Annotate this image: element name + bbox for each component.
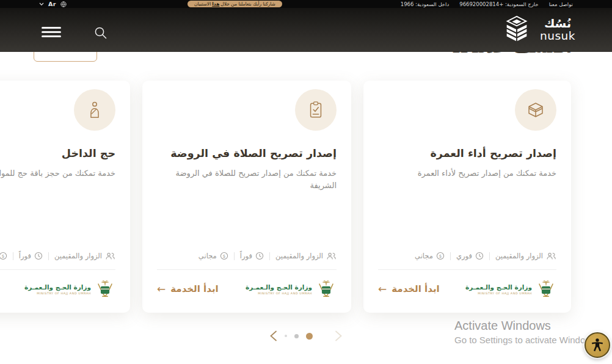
audience-label: الزوار والمقيمين	[275, 252, 323, 260]
card-divider	[0, 269, 115, 270]
service-title: إصدار تصريح الصلاة في الروضة	[157, 147, 337, 159]
nusuk-logo-text: نُسُك nusuk	[540, 18, 575, 42]
audience-meta: الزوار والمقيمين	[495, 252, 556, 260]
nusuk-logo[interactable]: نُسُك nusuk	[499, 16, 575, 44]
users-icon	[326, 252, 337, 260]
card-divider	[378, 269, 556, 270]
ministry-name-arabic: وزارة الحـج والـعمـرة	[24, 283, 91, 291]
start-service-button[interactable]: ابدأ الخدمة ←	[157, 283, 219, 295]
service-icon-circle	[74, 89, 115, 131]
speed-label: فوراً	[240, 252, 252, 260]
card-footer: وزارة الحـج والـعمـرة MINISTRY OF HAJJ A…	[378, 275, 556, 303]
service-card-umrah-permit[interactable]: إصدار تصريح أداء العمرة خدمة تمكنك من إص…	[363, 81, 571, 313]
audience-meta: الزوار والمقيمين	[54, 252, 115, 260]
arrow-left-icon: ←	[378, 283, 387, 295]
speed-meta: فوري	[456, 252, 484, 260]
svg-text:$: $	[439, 254, 442, 259]
nusuk-services-page: { "topbar": { "language_label": "Ar", "s…	[0, 0, 612, 364]
cost-label: مجاني	[415, 252, 433, 260]
service-meta: الزوار والمقيمين فوري $ مجاني	[378, 252, 556, 260]
start-service-label: ابدأ الخدمة	[392, 283, 439, 294]
card-footer: وزارة الحـج والـعمـرة MINISTRY OF HAJJ A…	[0, 275, 115, 303]
main-navbar: نُسُك nusuk	[0, 8, 612, 52]
accessibility-person-icon	[589, 337, 605, 353]
search-icon[interactable]	[94, 26, 107, 40]
language-label: Ar	[48, 1, 56, 7]
ministry-name-english: MINISTRY OF HAJJ AND UMRAH	[258, 292, 312, 295]
carousel-prev-icon[interactable]	[269, 330, 277, 341]
arrow-left-icon: ←	[157, 283, 166, 295]
carousel-dot-1[interactable]	[285, 335, 287, 337]
services-carousel: إصدار تصريح أداء العمرة خدمة تمكنك من إص…	[0, 81, 612, 313]
ministry-name: وزارة الحـج والـعمـرة MINISTRY OF HAJJ A…	[465, 283, 532, 295]
users-icon	[105, 252, 115, 260]
contact-us-link[interactable]: تواصل معنا	[549, 1, 573, 7]
speed-label: فوري	[456, 252, 472, 260]
meta-separator	[234, 252, 235, 260]
clipboard-check-icon	[307, 100, 325, 120]
card-divider	[157, 269, 337, 270]
kaaba-icon	[526, 100, 545, 120]
ministry-logo: وزارة الحـج والـعمـرة MINISTRY OF HAJJ A…	[465, 279, 556, 299]
ministry-emblem-icon	[95, 279, 115, 299]
service-description: خدمة تمكنك من إصدار تصريح للصلاة في الرو…	[157, 167, 337, 191]
ministry-name: وزارة الحـج والـعمـرة MINISTRY OF HAJJ A…	[246, 283, 312, 295]
phone-outside-saudi: خارج السعودية: +966920002814	[459, 1, 538, 7]
ministry-name: وزارة الحـج والـعمـرة MINISTRY OF HAJJ A…	[24, 283, 91, 295]
service-icon-circle	[295, 89, 337, 131]
service-description: خدمة تمكنك من حجز باقة حج للمواطنين والم…	[0, 167, 115, 180]
meta-separator	[269, 252, 270, 260]
currency-circle-icon: $	[436, 252, 445, 260]
ministry-logo: وزارة الحـج والـعمـرة MINISTRY OF HAJJ A…	[246, 279, 337, 299]
accessibility-widget-button[interactable]	[585, 332, 610, 358]
clock-icon	[475, 252, 484, 260]
speed-meta: فوراً	[240, 252, 264, 260]
svg-text:$: $	[2, 254, 4, 259]
chevron-down-icon	[39, 2, 44, 6]
carousel-dot-2[interactable]	[294, 334, 299, 338]
audience-label: الزوار والمقيمين	[54, 252, 102, 260]
survey-text-prefix: شاركنا رأيك بتعاملنا من خلال	[220, 1, 275, 7]
currency-circle-icon: $	[0, 252, 7, 260]
service-title: إصدار تصريح أداء العمرة	[378, 147, 556, 159]
start-service-label: ابدأ الخدمة	[170, 283, 218, 294]
carousel-dot-3-active[interactable]	[306, 333, 313, 340]
service-card-domestic-hajj[interactable]: حج الداخل خدمة تمكنك من حجز باقة حج للمو…	[0, 81, 130, 313]
card-footer: وزارة الحـج والـعمـرة MINISTRY OF HAJJ A…	[157, 275, 337, 303]
meta-separator	[450, 252, 451, 260]
service-meta: الزوار والمقيمين فوراً $ مدفوع	[0, 252, 115, 260]
globe-icon	[60, 1, 67, 7]
ministry-name-english: MINISTRY OF HAJJ AND UMRAH	[478, 292, 532, 295]
speed-meta: فوراً	[19, 252, 43, 260]
logo-latin-name: nusuk	[540, 31, 575, 42]
service-icon-circle	[515, 89, 556, 131]
menu-icon[interactable]	[42, 27, 61, 37]
service-card-rawdah-permit[interactable]: إصدار تصريح الصلاة في الروضة خدمة تمكنك …	[142, 81, 351, 313]
cost-meta: $ مجاني	[415, 252, 445, 260]
currency-circle-icon: $	[220, 252, 228, 260]
ministry-name-arabic: وزارة الحـج والـعمـرة	[246, 283, 312, 291]
watermark-line2: Go to Settings to activate Windows	[454, 335, 597, 345]
cost-meta: $ مدفوع	[0, 252, 7, 260]
meta-separator	[48, 252, 49, 260]
top-utility-bar: Ar شاركنا رأيك بتعاملنا من خلال هذا الاس…	[0, 0, 612, 8]
ministry-emblem-icon	[316, 279, 337, 299]
meta-separator	[489, 252, 490, 260]
language-selector[interactable]: Ar	[39, 0, 67, 8]
ministry-name-arabic: وزارة الحـج والـعمـرة	[465, 283, 532, 291]
ministry-name-english: MINISTRY OF HAJJ AND UMRAH	[37, 292, 91, 295]
survey-banner[interactable]: شاركنا رأيك بتعاملنا من خلال هذا الاستبي…	[188, 1, 282, 7]
nusuk-kaaba-icon	[499, 16, 534, 44]
meta-separator	[13, 252, 13, 260]
start-service-button[interactable]: ابدأ الخدمة ←	[378, 283, 440, 295]
survey-link[interactable]: هذا	[212, 1, 219, 7]
speed-label: فوراً	[19, 252, 31, 260]
windows-activation-watermark: Activate Windows Go to Settings to activ…	[454, 319, 597, 345]
carousel-next-icon[interactable]	[335, 330, 343, 341]
users-icon	[546, 252, 556, 260]
cost-label: مجاني	[199, 252, 217, 260]
ministry-logo: وزارة الحـج والـعمـرة MINISTRY OF HAJJ A…	[24, 279, 115, 299]
cost-meta: $ مجاني	[199, 252, 228, 260]
logo-arabic-name: نُسُك	[544, 18, 571, 29]
service-title: حج الداخل	[0, 147, 115, 159]
